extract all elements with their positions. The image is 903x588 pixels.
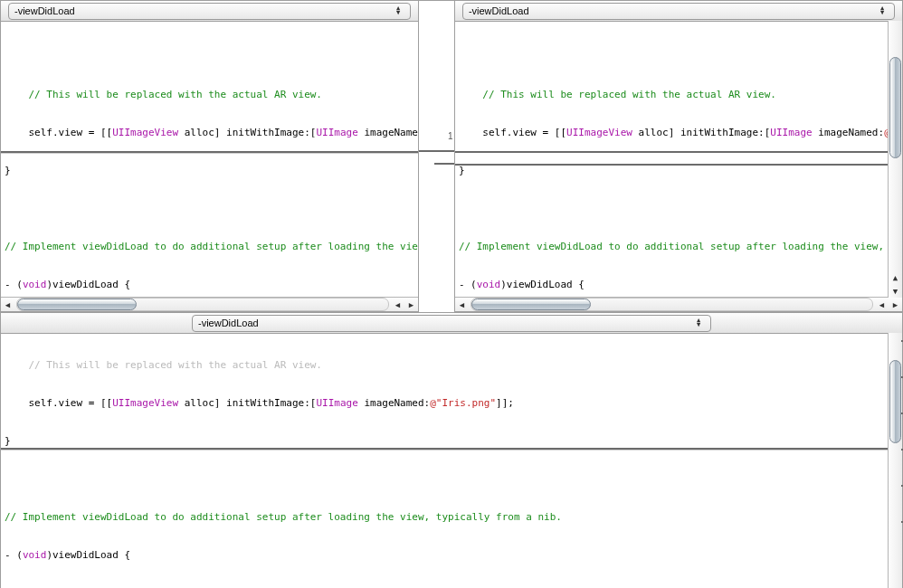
diff-rule-right-bottom [455, 164, 902, 166]
left-code[interactable]: // This will be replaced with the actual… [1, 22, 418, 297]
scroll-right-icon[interactable]: ▶ [889, 298, 902, 311]
method-dropdown-bottom[interactable]: -viewDidLoad ▲▼ [192, 315, 711, 332]
scroll-left-icon[interactable]: ◀ [1, 298, 14, 311]
dropdown-label: -viewDidLoad [198, 318, 692, 328]
updown-icon: ▲▼ [876, 6, 889, 15]
diff-viewer: -viewDidLoad ▲▼ // This will be replaced… [0, 0, 903, 588]
method-dropdown-left[interactable]: -viewDidLoad ▲▼ [8, 3, 411, 20]
hscroll-track[interactable] [471, 298, 873, 311]
diff-gutter: 1 [419, 0, 454, 312]
right-code[interactable]: // This will be replaced with the actual… [455, 22, 902, 297]
scroll-up-icon[interactable]: ▲ [889, 270, 902, 284]
dropdown-label: -viewDidLoad [469, 5, 876, 16]
vscroll-track[interactable] [889, 333, 902, 588]
bottom-navbar: -viewDidLoad ▲▼ [1, 313, 902, 334]
diff-rule-bottom [1, 448, 902, 450]
updown-icon: ▲▼ [392, 6, 404, 15]
right-vscroll[interactable]: ▲ ▼ [888, 21, 902, 298]
hscroll-track[interactable] [16, 298, 389, 311]
updown-icon: ▲▼ [692, 318, 705, 327]
right-pane: -viewDidLoad ▲▼ // This will be replaced… [454, 0, 903, 312]
diff-count-label: 1 [448, 131, 453, 141]
left-navbar: -viewDidLoad ▲▼ [1, 1, 418, 22]
dropdown-label: -viewDidLoad [14, 5, 392, 16]
bottom-code[interactable]: // This will be replaced with the actual… [1, 334, 902, 588]
scroll-left-icon[interactable]: ◀ [391, 298, 404, 311]
hscroll-thumb[interactable] [17, 299, 137, 310]
hscroll-thumb[interactable] [471, 299, 591, 310]
right-hscroll[interactable]: ◀ ◀ ▶ [455, 297, 902, 311]
scroll-right-icon[interactable]: ▶ [404, 298, 418, 311]
scroll-left-icon[interactable]: ◀ [455, 298, 469, 311]
scroll-down-icon[interactable]: ▼ [889, 284, 902, 298]
diff-rule-left [1, 151, 418, 153]
bottom-pane: -viewDidLoad ▲▼ // This will be replaced… [0, 312, 903, 588]
bottom-vscroll[interactable]: ▲ ▼ [888, 333, 902, 588]
diff-connector [434, 163, 454, 165]
method-dropdown-right[interactable]: -viewDidLoad ▲▼ [462, 3, 895, 20]
vscroll-track[interactable] [889, 21, 902, 270]
top-row: -viewDidLoad ▲▼ // This will be replaced… [0, 0, 903, 312]
left-pane: -viewDidLoad ▲▼ // This will be replaced… [0, 0, 419, 312]
scroll-left-icon[interactable]: ◀ [875, 298, 889, 311]
diff-rule-right-top [455, 151, 902, 153]
diff-connector [434, 150, 454, 152]
vscroll-thumb[interactable] [889, 360, 901, 443]
vscroll-thumb[interactable] [889, 57, 901, 158]
left-hscroll[interactable]: ◀ ◀ ▶ [1, 297, 418, 311]
right-navbar: -viewDidLoad ▲▼ [455, 1, 902, 22]
